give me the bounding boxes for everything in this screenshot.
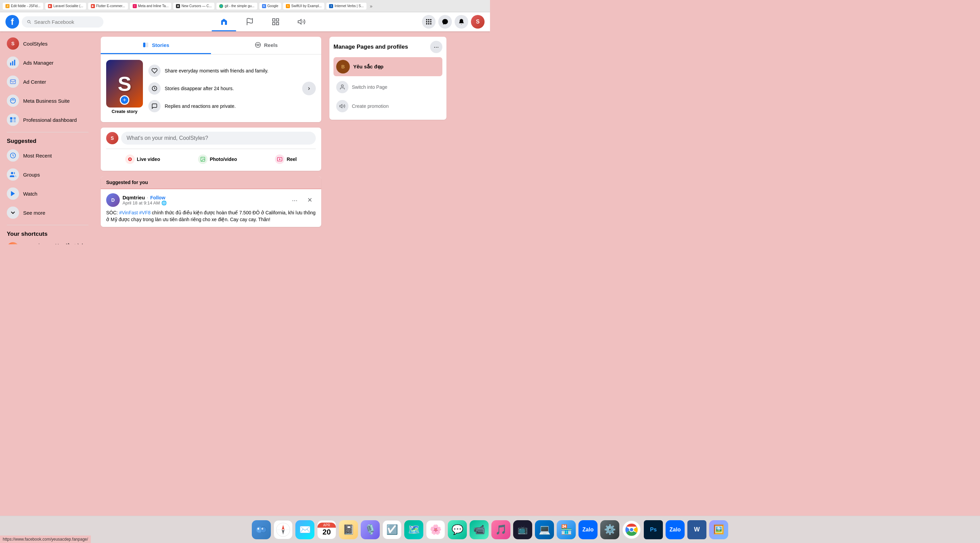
- sidebar-item-see-more[interactable]: See more: [3, 203, 92, 222]
- composer-input[interactable]: What's on your mind, CoolStyles?: [121, 132, 316, 144]
- story-time-icon: [148, 83, 161, 95]
- svg-rect-16: [12, 61, 13, 66]
- manage-pages-card: Manage Pages and profiles ··· B Yêu sắc …: [329, 37, 447, 120]
- stories-tabs: Stories Reels: [101, 37, 321, 54]
- svg-point-18: [11, 98, 16, 103]
- svg-rect-3: [276, 22, 279, 25]
- sidebar-item-watch[interactable]: Watch: [3, 184, 92, 203]
- shortcuts-section-title: Your shortcuts: [3, 228, 92, 239]
- nav-marketplace-button[interactable]: [263, 15, 288, 29]
- composer-divider: [106, 149, 316, 149]
- facebook-logo[interactable]: f: [5, 15, 19, 29]
- meta-business-icon: [7, 95, 19, 107]
- sidebar-profile[interactable]: S CoolStyles: [3, 34, 92, 53]
- svg-rect-15: [10, 63, 11, 65]
- create-promotion-action[interactable]: Create promotion: [334, 97, 442, 116]
- browser-tab-8-label: SwiftUI by Exampl...: [291, 4, 321, 8]
- sidebar-item-most-recent[interactable]: Most Recent: [3, 146, 92, 165]
- browser-tab-bar: J Edit fiddle - JSFid... ▶ Laravel Socia…: [0, 0, 490, 12]
- browser-tab-4[interactable]: < Meta and Inline Ta...: [130, 3, 172, 10]
- megaphone-icon: [298, 18, 305, 26]
- grid-icon: [425, 18, 432, 25]
- suggested-section-title: Suggested: [3, 135, 92, 146]
- user-avatar[interactable]: S: [471, 15, 485, 29]
- browser-tab-7[interactable]: G Google: [259, 3, 281, 10]
- browser-tab-6[interactable]: 🌐 git - the simple gu...: [216, 3, 257, 10]
- groups-label: Groups: [23, 172, 40, 178]
- browser-tab-9[interactable]: I Internet Verbs | S...: [326, 3, 366, 10]
- post-menu-button[interactable]: ···: [288, 194, 301, 206]
- svg-point-37: [202, 158, 202, 159]
- nav-pages-button[interactable]: [237, 15, 262, 29]
- manage-pages-more-button[interactable]: ···: [430, 41, 442, 53]
- browser-tab-8[interactable]: S SwiftUI by Exampl...: [283, 3, 324, 10]
- sidebar-item-groups[interactable]: Groups: [3, 165, 92, 184]
- composer-actions: Live video Photo/video: [106, 152, 316, 167]
- sidebar-item-ads-manager[interactable]: Ads Manager: [3, 53, 92, 72]
- reels-tab-icon: [255, 41, 261, 48]
- search-icon: [27, 19, 31, 24]
- sidebar-item-professional-dashboard[interactable]: Professional dashboard: [3, 110, 92, 129]
- browser-tabs-more[interactable]: »: [369, 3, 374, 9]
- ads-manager-icon: [7, 57, 19, 69]
- switch-into-page-icon: [336, 81, 348, 93]
- create-story-section: S + Create story: [106, 60, 143, 117]
- story-s-letter: S: [118, 72, 131, 95]
- svg-point-6: [426, 19, 427, 21]
- manage-pages-title: Manage Pages and profiles: [334, 44, 408, 50]
- switch-into-page-action[interactable]: Switch into Page: [334, 78, 442, 97]
- story-preview[interactable]: S +: [106, 60, 143, 108]
- post-date: April 18 at 9:14 AM 🌐: [123, 200, 286, 205]
- story-arrow-button[interactable]: ›: [302, 82, 316, 95]
- browser-tab-3[interactable]: ▶ Flutter E-commer...: [88, 3, 128, 10]
- svg-point-7: [428, 19, 430, 21]
- watch-label: Watch: [23, 191, 37, 197]
- story-info: Share everyday moments with friends and …: [148, 62, 297, 115]
- notifications-button[interactable]: [455, 15, 468, 29]
- professional-dashboard-icon: [7, 114, 19, 126]
- follow-button[interactable]: Follow: [150, 195, 165, 200]
- post-author-name-row: Dqmtrieu · Follow: [123, 195, 286, 200]
- sidebar-divider-2: [7, 225, 89, 225]
- svg-rect-19: [10, 117, 13, 120]
- hashtag-vf8[interactable]: #VF8: [139, 210, 150, 215]
- search-input[interactable]: [34, 19, 99, 25]
- live-video-action[interactable]: Live video: [121, 152, 164, 167]
- sidebar-shortcut-amzuni[interactable]: A amzuni.com - Học lập trình online: [3, 239, 92, 244]
- messenger-button[interactable]: [438, 15, 452, 29]
- flag-icon: [246, 18, 254, 26]
- browser-tab-3-label: Flutter E-commer...: [96, 4, 125, 8]
- tab-reels[interactable]: Reels: [211, 37, 321, 54]
- meta-business-label: Meta Business Suite: [23, 98, 70, 104]
- svg-point-12: [426, 23, 427, 24]
- apps-button[interactable]: [422, 15, 436, 29]
- svg-point-35: [130, 159, 130, 160]
- tab-stories[interactable]: Stories: [101, 37, 211, 54]
- story-info-item-3: Replies and reactions are private.: [148, 97, 297, 115]
- photo-video-action[interactable]: Photo/video: [194, 152, 241, 167]
- sidebar-item-meta-business[interactable]: Meta Business Suite: [3, 91, 92, 110]
- browser-tab-1[interactable]: J Edit fiddle - JSFid...: [3, 3, 43, 10]
- nav-home-button[interactable]: [212, 15, 236, 29]
- live-video-label: Live video: [137, 157, 160, 162]
- post-close-button[interactable]: ✕: [304, 194, 316, 206]
- facebook-header: f: [0, 12, 490, 31]
- svg-point-13: [428, 23, 430, 24]
- svg-marker-41: [340, 105, 342, 108]
- sidebar-item-ad-center[interactable]: Ad Center: [3, 72, 92, 91]
- browser-tab-5[interactable]: ■ New Cursors — C...: [173, 3, 215, 10]
- post-globe-icon: 🌐: [161, 200, 167, 205]
- browser-tab-2[interactable]: ▶ Laravel Socialite (...: [45, 3, 86, 10]
- svg-marker-5: [298, 19, 301, 24]
- page-item-yeu-sac-dep[interactable]: B Yêu sắc đẹp: [334, 57, 442, 76]
- search-bar[interactable]: [22, 16, 103, 27]
- header-right: S: [422, 15, 485, 29]
- story-add-button[interactable]: +: [120, 95, 129, 105]
- reel-action[interactable]: Reel: [271, 152, 301, 167]
- hashtag-vinfast[interactable]: #VinFast: [119, 210, 138, 215]
- nav-ads-button[interactable]: [289, 15, 314, 29]
- right-sidebar: Manage Pages and profiles ··· B Yêu sắc …: [327, 31, 449, 244]
- svg-rect-4: [272, 22, 275, 25]
- svg-rect-2: [276, 19, 279, 21]
- browser-tab-4-label: Meta and Inline Ta...: [138, 4, 169, 8]
